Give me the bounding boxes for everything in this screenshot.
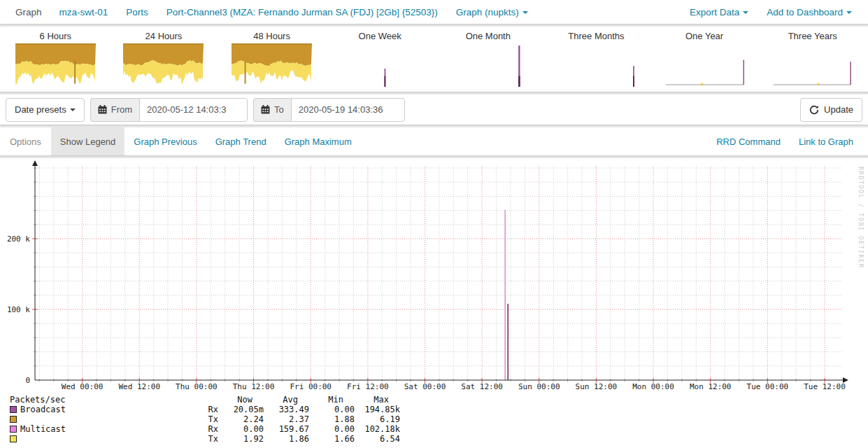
x-axis-tick-label: Fri 12:00 [347, 382, 389, 391]
thumbnail-graph [664, 43, 745, 87]
series-stat-value: 20.05m [218, 405, 264, 414]
top-navbar: Graph mza-swt-01 Ports Port-Channel3 (MZ… [0, 0, 868, 24]
x-axis-tick-label: Sat 00:00 [404, 382, 446, 391]
graph-period-thumbnails: 6 Hours24 Hours48 HoursOne WeekOne Month… [0, 27, 868, 92]
rrd-graph-svg: 0100 k200 kWed 00:00Wed 12:00Thu 00:00Th… [0, 158, 868, 393]
series-color-swatch [10, 426, 17, 433]
graph-options-bar: Options Show Legend Graph Previous Graph… [0, 127, 868, 155]
breadcrumb-ports[interactable]: Ports [117, 7, 157, 18]
x-axis-tick-label: Tue 12:00 [804, 382, 846, 391]
x-axis-tick-label: Sat 12:00 [461, 382, 503, 391]
rrd-command-link[interactable]: RRD Command [707, 127, 790, 155]
calendar-icon [261, 105, 270, 114]
series-stat-value: 6.54 [355, 434, 400, 444]
from-addon: From [90, 98, 139, 122]
x-axis-tick-label: Fri 00:00 [290, 382, 332, 391]
thumbnail-graph [556, 43, 636, 87]
legend-header-row: Packets/secNowAvgMinMax [10, 395, 868, 405]
thumbnail-one-month[interactable]: One Month [434, 31, 543, 92]
y-axis-tick-label: 0 [25, 376, 30, 385]
options-label: Options [0, 127, 51, 155]
show-legend-toggle[interactable]: Show Legend [51, 127, 125, 155]
to-date-input[interactable] [291, 98, 405, 122]
x-axis-tick-label: Thu 12:00 [233, 382, 275, 391]
x-axis-tick-label: Mon 12:00 [690, 382, 732, 391]
series-stat-value: 1.66 [309, 434, 355, 444]
options-right: RRD Command Link to Graph [707, 127, 868, 155]
date-range-bar: Date presets From To Update [0, 94, 868, 125]
graph-maximum-link[interactable]: Graph Maximum [276, 127, 361, 155]
chevron-down-icon [846, 11, 852, 14]
breadcrumb-port-channel[interactable]: Port-Channel3 (MZA: Fernando Jurman SA (… [157, 7, 447, 18]
series-stat-value: 159.67 [264, 424, 309, 434]
navbar-right: Export Data Add to Dashboard [681, 7, 861, 18]
link-to-graph-link[interactable]: Link to Graph [790, 127, 862, 155]
from-date-group: From [90, 98, 248, 122]
graph-previous-link[interactable]: Graph Previous [124, 127, 206, 155]
series-direction: Rx [199, 424, 218, 434]
x-axis-tick-label: Tue 00:00 [747, 382, 789, 391]
series-stat-value: 2.37 [264, 414, 309, 424]
series-direction: Tx [199, 434, 218, 444]
to-addon: To [253, 98, 291, 122]
series-color-swatch [10, 406, 17, 413]
series-name: Broadcast [20, 405, 66, 414]
graph-trend-link[interactable]: Graph Trend [206, 127, 276, 155]
legend-col-header: Min [309, 395, 355, 405]
thumbnail-one-year[interactable]: One Year [650, 31, 759, 92]
date-presets-button[interactable]: Date presets [6, 98, 85, 122]
x-axis-tick-label: Wed 00:00 [62, 382, 104, 391]
rrd-graph-image[interactable]: 0100 k200 kWed 00:00Wed 12:00Thu 00:00Th… [0, 158, 868, 393]
series-color-swatch [10, 416, 17, 423]
graph-type-dropdown[interactable]: Graph (nupkts) [447, 7, 537, 18]
thumbnail-label: Three Months [568, 31, 624, 41]
series-stat-value: 6.19 [355, 414, 400, 424]
x-axis-tick-label: Wed 12:00 [118, 382, 160, 391]
series-stat-value: 1.86 [264, 434, 309, 444]
thumbnail-24-hours[interactable]: 24 Hours [110, 31, 218, 92]
thumbnail-label: 48 Hours [253, 31, 290, 41]
rrd-graph-panel: 0100 k200 kWed 00:00Wed 12:00Thu 00:00Th… [0, 158, 868, 448]
thumbnail-graph [15, 43, 96, 87]
y-axis-tick-label: 200 k [7, 234, 30, 244]
series-stat-value: 0.00 [309, 405, 355, 414]
thumbnail-48-hours[interactable]: 48 Hours [218, 31, 326, 92]
x-axis-tick-label: Sun 12:00 [576, 382, 618, 391]
from-date-input[interactable] [139, 98, 248, 122]
series-stat-value: 1.88 [309, 414, 355, 424]
export-data-dropdown[interactable]: Export Data [681, 7, 757, 18]
legend-row: Tx1.921.861.666.54 [10, 434, 868, 444]
thumbnail-label: 24 Hours [145, 31, 183, 41]
series-direction: Rx [199, 405, 218, 414]
thumbnail-graph [123, 43, 204, 87]
y-axis-tick-label: 100 k [7, 305, 30, 314]
thumbnail-three-months[interactable]: Three Months [542, 31, 650, 92]
thumbnail-three-years[interactable]: Three Years [758, 31, 867, 92]
thumbnail-graph [772, 43, 853, 87]
thumbnail-graph [448, 43, 528, 87]
series-stat-value: 333.49 [264, 405, 309, 414]
graph-legend: Packets/secNowAvgMinMaxBroadcastRx20.05m… [0, 393, 868, 444]
thumbnail-one-week[interactable]: One Week [326, 31, 434, 92]
legend-row: Tx2.242.371.886.19 [10, 414, 868, 424]
series-stat-value: 102.18k [355, 424, 400, 434]
chevron-down-icon [743, 11, 748, 14]
thumbnail-graph [340, 43, 420, 87]
series-stat-value: 194.85k [355, 405, 400, 414]
series-stat-value: 0.00 [218, 424, 264, 434]
add-to-dashboard-dropdown[interactable]: Add to Dashboard [757, 7, 861, 18]
legend-col-header: Now [218, 395, 264, 405]
legend-row: BroadcastRx20.05m333.490.00194.85k [10, 405, 868, 414]
series-direction: Tx [199, 414, 218, 424]
thumbnail-label: 6 Hours [40, 31, 72, 41]
breadcrumb-device[interactable]: mza-swt-01 [50, 7, 118, 18]
to-date-group: To [253, 98, 405, 122]
x-axis-tick-label: Mon 00:00 [632, 382, 674, 391]
rrdtool-watermark: RRDTOOL / TOBI OETIKER [858, 167, 865, 269]
thumbnail-6-hours[interactable]: 6 Hours [1, 31, 110, 92]
legend-col-header: Avg [264, 395, 309, 405]
update-button[interactable]: Update [800, 98, 862, 122]
legend-row: MulticastRx0.00159.670.00102.18k [10, 424, 868, 434]
thumbnail-label: Three Years [788, 31, 837, 41]
series-stat-value: 2.24 [218, 414, 264, 424]
